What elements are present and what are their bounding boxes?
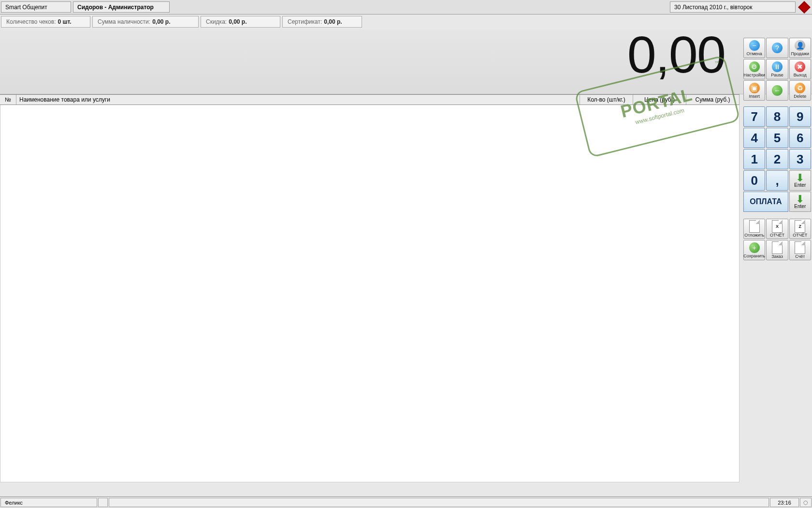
cancel-label: Отмена bbox=[747, 51, 762, 56]
arrow-down-icon: ⬇ bbox=[796, 174, 804, 182]
delete-label: Delete bbox=[794, 94, 806, 99]
status-sep bbox=[98, 498, 108, 507]
pay-button[interactable]: ОПЛАТА bbox=[743, 192, 788, 212]
person-icon: 👤 bbox=[795, 40, 805, 51]
z-report-icon: Z bbox=[795, 220, 805, 233]
enter-label-2: Enter bbox=[794, 204, 806, 209]
order-button[interactable]: Заказ bbox=[766, 240, 788, 260]
exit-button[interactable]: ✖Выход bbox=[789, 59, 811, 79]
num-6[interactable]: 6 bbox=[789, 128, 811, 148]
order-label: Заказ bbox=[771, 254, 783, 259]
stat-cash: Сумма наличности: 0,00 р. bbox=[92, 16, 199, 28]
col-number[interactable]: № bbox=[0, 95, 16, 105]
enter-label: Enter bbox=[794, 182, 806, 188]
x-report-label: ОТЧЁТ bbox=[770, 233, 784, 238]
exit-icon: ✖ bbox=[795, 61, 805, 72]
num-7[interactable]: 7 bbox=[743, 106, 765, 127]
settings-label: Настройки bbox=[744, 73, 765, 77]
status-main bbox=[109, 498, 769, 507]
stat-checks: Количество чеков: 0 шт. bbox=[1, 16, 90, 28]
recycle-icon: ♻ bbox=[795, 83, 805, 93]
app-logo[interactable] bbox=[798, 1, 811, 13]
status-activity-icon: ◌ bbox=[800, 498, 812, 507]
date-display: 30 Листопад 2010 г., вівторок bbox=[670, 1, 796, 13]
status-time: 23:16 bbox=[770, 498, 799, 507]
pause-button[interactable]: ⏸Pause bbox=[766, 59, 788, 79]
arrow-down-icon: ⬇ bbox=[796, 195, 804, 204]
num-1[interactable]: 1 bbox=[743, 149, 765, 169]
plus-icon: + bbox=[749, 242, 760, 253]
settings-button[interactable]: ⚙Настройки bbox=[743, 59, 765, 79]
back-button[interactable]: ← bbox=[766, 80, 788, 101]
bill-icon bbox=[795, 241, 805, 254]
x-report-button[interactable]: XОТЧЁТ bbox=[766, 219, 788, 239]
document-icon bbox=[749, 220, 760, 233]
stat-cash-value: 0,00 р. bbox=[152, 18, 170, 25]
topbar-spacer bbox=[172, 1, 668, 13]
user-title: Сидоров - Администратор bbox=[73, 1, 170, 13]
sales-label: Продажи bbox=[791, 51, 810, 56]
total-display: 0,00 bbox=[627, 24, 725, 85]
stat-checks-value: 0 шт. bbox=[58, 18, 71, 25]
numpad: 7 8 9 4 5 6 1 2 3 0 , ⬇Enter ОПЛАТА ⬇Ent… bbox=[743, 106, 811, 212]
save-label: Сохранить bbox=[743, 254, 765, 258]
minus-icon: − bbox=[749, 40, 760, 51]
num-2[interactable]: 2 bbox=[766, 149, 788, 169]
insert-label: Insert bbox=[749, 94, 760, 99]
status-device: Феликс bbox=[0, 498, 97, 507]
num-4[interactable]: 4 bbox=[743, 128, 765, 148]
col-qty[interactable]: Кол-во (шт/кг.) bbox=[580, 95, 633, 105]
col-price[interactable]: Цена (руб.) bbox=[633, 95, 686, 105]
defer-button[interactable]: Отложить bbox=[743, 219, 765, 239]
col-name[interactable]: Наименование товара или услуги bbox=[16, 95, 580, 105]
grid-body[interactable] bbox=[0, 105, 740, 482]
pause-icon: ⏸ bbox=[772, 61, 783, 72]
pause-label: Pause bbox=[771, 73, 783, 77]
insert-button[interactable]: ▣Insert bbox=[743, 80, 765, 101]
stat-discount: Скидка: 0,00 р. bbox=[201, 16, 280, 28]
help-button[interactable]: ? bbox=[766, 38, 788, 58]
exit-label: Выход bbox=[794, 73, 807, 77]
num-8[interactable]: 8 bbox=[766, 106, 788, 127]
num-0[interactable]: 0 bbox=[743, 170, 765, 191]
enter-button[interactable]: ⬇Enter bbox=[789, 170, 811, 191]
arrow-left-icon: ← bbox=[772, 85, 783, 96]
num-comma[interactable]: , bbox=[766, 170, 788, 191]
z-report-label: ОТЧЁТ bbox=[793, 233, 807, 238]
gear-icon: ⚙ bbox=[749, 61, 760, 72]
question-icon: ? bbox=[772, 43, 783, 53]
ruby-icon bbox=[798, 1, 810, 13]
bill-label: Счёт bbox=[795, 254, 805, 259]
app-title: Smart Общепит bbox=[1, 1, 71, 13]
insert-icon: ▣ bbox=[749, 83, 760, 93]
cancel-button[interactable]: −Отмена bbox=[743, 38, 765, 58]
stat-cert-value: 0,00 р. bbox=[324, 18, 342, 25]
save-button[interactable]: +Сохранить bbox=[743, 240, 765, 260]
enter-button-2[interactable]: ⬇Enter bbox=[789, 192, 811, 212]
sales-button[interactable]: 👤Продажи bbox=[789, 38, 811, 58]
bill-button[interactable]: Счёт bbox=[789, 240, 811, 260]
num-9[interactable]: 9 bbox=[789, 106, 811, 127]
col-sum[interactable]: Сумма (руб.) bbox=[686, 95, 740, 105]
delete-button[interactable]: ♻Delete bbox=[789, 80, 811, 101]
num-3[interactable]: 3 bbox=[789, 149, 811, 169]
stat-discount-label: Скидка: bbox=[206, 18, 227, 25]
clipboard-icon bbox=[772, 241, 783, 254]
stat-cert-label: Сертификат: bbox=[288, 18, 322, 25]
stat-discount-value: 0,00 р. bbox=[229, 18, 246, 25]
grid-header: № Наименование товара или услуги Кол-во … bbox=[0, 94, 740, 105]
defer-label: Отложить bbox=[744, 233, 764, 238]
z-report-button[interactable]: ZОТЧЁТ bbox=[789, 219, 811, 239]
num-5[interactable]: 5 bbox=[766, 128, 788, 148]
stat-cert: Сертификат: 0,00 р. bbox=[282, 16, 362, 28]
stat-checks-label: Количество чеков: bbox=[6, 18, 56, 25]
stat-cash-label: Сумма наличности: bbox=[98, 18, 150, 25]
x-report-icon: X bbox=[772, 220, 783, 233]
